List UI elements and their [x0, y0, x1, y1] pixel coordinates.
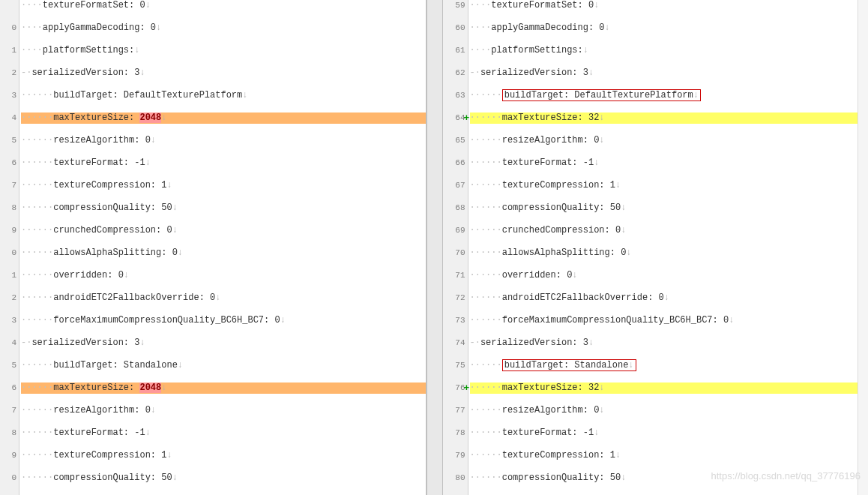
- right-lines[interactable]: 59····textureFormatSet: 0↓60····applyGam…: [443, 0, 869, 495]
- line-number: 9: [0, 450, 19, 461]
- line-number: 75: [443, 360, 468, 371]
- code-line[interactable]: 7······resizeAlgorithm: 0↓: [0, 405, 426, 416]
- code-line[interactable]: 69······crunchedCompression: 0↓: [443, 225, 869, 236]
- code-line[interactable]: 62-·serializedVersion: 3↓: [443, 68, 869, 79]
- code-line[interactable]: 61····platformSettings:↓: [443, 45, 869, 56]
- line-number: 66: [443, 158, 468, 169]
- code-line[interactable]: 0····applyGammaDecoding: 0↓: [0, 22, 426, 34]
- code-line[interactable]: 6······textureFormat: -1↓: [0, 158, 426, 169]
- line-text: ······buildTarget: DefaultTexturePlatfor…: [470, 90, 869, 101]
- line-number: 2: [0, 292, 19, 304]
- code-line[interactable]: 9······crunchedCompression: 0↓: [0, 225, 426, 236]
- line-number: 8: [0, 428, 19, 439]
- line-number: 73: [443, 315, 468, 326]
- code-line[interactable]: 73······forceMaximumCompressionQuality_B…: [443, 315, 869, 326]
- code-line[interactable]: ····textureFormatSet: 0↓: [0, 0, 426, 11]
- line-text: ······buildTarget: Standalone↓: [470, 360, 869, 371]
- diff-viewer: ····textureFormatSet: 0↓0····applyGammaD…: [0, 0, 868, 495]
- code-line[interactable]: 5······buildTarget: Standalone↓: [0, 360, 426, 371]
- line-number: 8: [0, 202, 19, 214]
- line-number: 0: [0, 22, 19, 34]
- code-line[interactable]: 4······maxTextureSize: 2048↓: [0, 112, 426, 124]
- splitter[interactable]: [427, 0, 443, 495]
- code-line[interactable]: 70······allowsAlphaSplitting: 0↓: [443, 248, 869, 259]
- line-text: -·serializedVersion: 3↓: [470, 338, 869, 349]
- code-line[interactable]: 7······textureCompression: 1↓: [0, 180, 426, 191]
- line-number: 6: [0, 158, 19, 169]
- line-text: ······textureFormat: -1↓: [21, 428, 426, 439]
- overview-ruler[interactable]: [858, 0, 868, 495]
- code-line[interactable]: 3······forceMaximumCompressionQuality_BC…: [0, 315, 426, 326]
- code-line[interactable]: 8······textureFormat: -1↓: [0, 428, 426, 439]
- code-line[interactable]: 72······androidETC2FallbackOverride: 0↓: [443, 292, 869, 304]
- code-line[interactable]: 4-·serializedVersion: 3↓: [0, 338, 426, 349]
- line-number: 79: [443, 450, 468, 461]
- line-text: ······crunchedCompression: 0↓: [21, 225, 426, 236]
- line-text: ······crunchedCompression: 0↓: [470, 225, 869, 236]
- diff-value: 2048: [139, 112, 161, 123]
- line-text: ····textureFormatSet: 0↓: [470, 0, 869, 11]
- line-text: ······textureFormat: -1↓: [470, 158, 869, 169]
- code-line[interactable]: 59····textureFormatSet: 0↓: [443, 0, 869, 11]
- line-text: ······compressionQuality: 50↓: [470, 202, 869, 214]
- line-number: 2: [0, 68, 19, 79]
- code-line[interactable]: 8······compressionQuality: 50↓: [0, 202, 426, 214]
- line-text: ······resizeAlgorithm: 0↓: [470, 405, 869, 416]
- line-text: ····applyGammaDecoding: 0↓: [470, 22, 869, 34]
- code-line[interactable]: 63······buildTarget: DefaultTexturePlatf…: [443, 90, 869, 101]
- line-number: 71: [443, 270, 468, 281]
- line-number: 60: [443, 22, 468, 34]
- line-text: ······resizeAlgorithm: 0↓: [470, 135, 869, 146]
- code-line[interactable]: 78······textureFormat: -1↓: [443, 428, 869, 439]
- line-number: 74: [443, 338, 468, 349]
- line-number: 1: [0, 270, 19, 281]
- line-number: 63: [443, 90, 468, 101]
- diff-value: 2048: [139, 382, 161, 393]
- code-line[interactable]: 1····platformSettings:↓: [0, 45, 426, 56]
- code-line[interactable]: 6······maxTextureSize: 2048↓: [0, 382, 426, 394]
- left-lines[interactable]: ····textureFormatSet: 0↓0····applyGammaD…: [0, 0, 426, 495]
- code-line[interactable]: 0······allowsAlphaSplitting: 0↓: [0, 248, 426, 259]
- code-line[interactable]: 5······resizeAlgorithm: 0↓: [0, 135, 426, 146]
- code-line[interactable]: 71······overridden: 0↓: [443, 270, 869, 281]
- code-line[interactable]: 0······compressionQuality: 50↓: [0, 472, 426, 484]
- code-line[interactable]: 2-·serializedVersion: 3↓: [0, 68, 426, 79]
- left-pane[interactable]: ····textureFormatSet: 0↓0····applyGammaD…: [0, 0, 427, 495]
- code-line[interactable]: 1······overridden: 0↓: [0, 270, 426, 281]
- line-number: 65: [443, 135, 468, 146]
- code-line[interactable]: 75······buildTarget: Standalone↓: [443, 360, 869, 371]
- code-line[interactable]: 3······buildTarget: DefaultTexturePlatfo…: [0, 90, 426, 101]
- code-line[interactable]: 79······textureCompression: 1↓: [443, 450, 869, 461]
- line-text: ······textureFormat: -1↓: [21, 158, 426, 169]
- code-line[interactable]: 67······textureCompression: 1↓: [443, 180, 869, 191]
- code-line[interactable]: 68······compressionQuality: 50↓: [443, 202, 869, 214]
- line-number: 5: [0, 360, 19, 371]
- line-number: 72: [443, 292, 468, 304]
- code-line[interactable]: 77······resizeAlgorithm: 0↓: [443, 405, 869, 416]
- code-line[interactable]: 76+······maxTextureSize: 32↓: [443, 382, 869, 394]
- line-text: ······textureCompression: 1↓: [470, 180, 869, 191]
- code-line[interactable]: 9······textureCompression: 1↓: [0, 450, 426, 461]
- code-line[interactable]: 64+······maxTextureSize: 32↓: [443, 112, 869, 124]
- line-text: ······overridden: 0↓: [470, 270, 869, 281]
- line-number: 4: [0, 112, 19, 124]
- line-text: ······buildTarget: DefaultTexturePlatfor…: [21, 90, 426, 101]
- code-line[interactable]: 66······textureFormat: -1↓: [443, 158, 869, 169]
- highlight-box: buildTarget: DefaultTexturePlatform↓: [502, 89, 701, 101]
- line-text: ······textureFormat: -1↓: [470, 428, 869, 439]
- line-number: 0: [0, 472, 19, 484]
- code-line[interactable]: 2······androidETC2FallbackOverride: 0↓: [0, 292, 426, 304]
- line-text: ······allowsAlphaSplitting: 0↓: [21, 248, 426, 259]
- right-pane[interactable]: 59····textureFormatSet: 0↓60····applyGam…: [443, 0, 869, 495]
- code-line[interactable]: 74-·serializedVersion: 3↓: [443, 338, 869, 349]
- line-number: 7: [0, 180, 19, 191]
- line-text: ······textureCompression: 1↓: [21, 180, 426, 191]
- line-text: ····platformSettings:↓: [21, 45, 426, 56]
- code-line[interactable]: 65······resizeAlgorithm: 0↓: [443, 135, 869, 146]
- line-number: 3: [0, 90, 19, 101]
- line-text: ······resizeAlgorithm: 0↓: [21, 135, 426, 146]
- code-line[interactable]: 60····applyGammaDecoding: 0↓: [443, 22, 869, 34]
- line-text: ······compressionQuality: 50↓: [21, 472, 426, 484]
- line-text: ····applyGammaDecoding: 0↓: [21, 22, 426, 34]
- line-number: 0: [0, 248, 19, 259]
